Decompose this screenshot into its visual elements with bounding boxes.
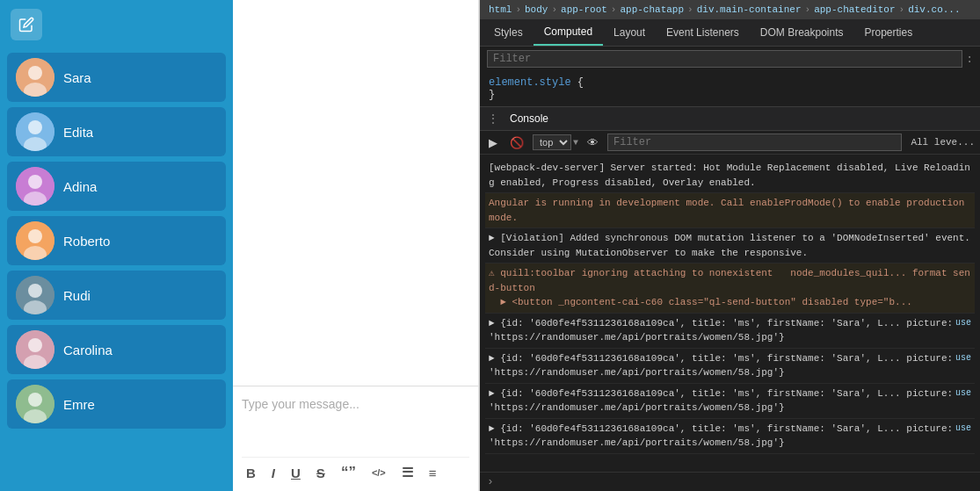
user-item[interactable]: Adina (7, 162, 226, 211)
devtools-bottom-bar: › (480, 472, 980, 491)
devtools-filter-bar: : (480, 47, 980, 71)
console-toolbar: ▶ 🚫 top ▼ 👁 All leve... (480, 131, 980, 155)
breadcrumb-separator: › (611, 4, 617, 15)
avatar (16, 385, 54, 423)
user-name: Sara (63, 70, 91, 85)
bottom-chevron-icon[interactable]: › (487, 475, 494, 488)
breadcrumb-item[interactable]: app-chateditor (814, 4, 895, 15)
user-list: Sara Edita Adina Roberto Rudi Carolina E… (0, 49, 233, 491)
user-name: Carolina (63, 343, 113, 357)
avatar (16, 58, 54, 97)
log-entry: use► {id: '60d0fe4f5311236168a109ca', ti… (485, 419, 975, 454)
user-name: Adina (63, 179, 97, 194)
user-name: Rudi (63, 288, 91, 303)
chat-toolbar: B I U S “” </> ☰ ≡ (242, 457, 469, 487)
strikethrough-button[interactable]: S (312, 463, 330, 483)
devtools-tab-styles[interactable]: Styles (483, 20, 534, 45)
svg-point-13 (28, 284, 42, 298)
sidebar-header (0, 0, 233, 49)
style-brace-open: { (577, 76, 584, 89)
log-entry: use► {id: '60d0fe4f5311236168a109ca', ti… (485, 384, 975, 419)
console-tab[interactable]: Console (503, 109, 555, 128)
edit-icon[interactable] (11, 9, 42, 40)
devtools-tab-properties[interactable]: Properties (854, 20, 924, 45)
avatar (16, 276, 54, 314)
svg-point-19 (28, 393, 42, 407)
user-item[interactable]: Edita (7, 107, 226, 156)
user-item[interactable]: Rudi (7, 271, 226, 320)
breadcrumb-item[interactable]: html (489, 4, 512, 15)
styles-section: element.style { } (480, 71, 980, 106)
use-link[interactable]: use (955, 422, 971, 435)
svg-point-7 (28, 175, 42, 189)
bold-button[interactable]: B (242, 463, 260, 483)
devtools-tab-dom-breakpoints[interactable]: DOM Breakpoints (750, 20, 854, 45)
message-placeholder[interactable]: Type your message... (242, 394, 469, 450)
chat-messages (233, 0, 478, 386)
styles-filter-input[interactable] (487, 50, 962, 68)
italic-button[interactable]: I (267, 463, 279, 483)
avatar (16, 221, 54, 260)
devtools-tabs: StylesComputedLayoutEvent ListenersDOM B… (480, 19, 980, 47)
breadcrumb-separator: › (899, 4, 905, 15)
user-item[interactable]: Sara (7, 53, 226, 102)
user-name: Emre (63, 397, 95, 412)
eye-icon[interactable]: 👁 (584, 134, 602, 151)
console-messages: [webpack-dev-server] Server started: Hot… (480, 155, 980, 472)
element-style-label: element.style (489, 76, 571, 89)
use-link[interactable]: use (955, 386, 971, 400)
ordered-list-button[interactable]: ☰ (397, 462, 417, 483)
log-entry: Angular is running in development mode. … (485, 193, 975, 228)
log-entry: ► [Violation] Added synchronous DOM muta… (485, 228, 975, 264)
chat-area: Type your message... B I U S “” </> ☰ ≡ (233, 0, 479, 491)
user-item[interactable]: Emre (7, 379, 226, 429)
avatar (16, 112, 54, 151)
user-item[interactable]: Roberto (7, 216, 226, 265)
use-link[interactable]: use (955, 316, 971, 329)
user-name: Edita (63, 125, 93, 140)
avatar (16, 330, 54, 369)
breadcrumb-item[interactable]: app-chatapp (620, 4, 684, 15)
log-entry: use► {id: '60d0fe4f5311236168a109ca', ti… (485, 314, 975, 349)
user-item[interactable]: Carolina (7, 325, 226, 374)
devtools-tab-event-listeners[interactable]: Event Listeners (656, 20, 750, 45)
filter-options-icon[interactable]: : (966, 53, 973, 66)
breadcrumb-separator: › (515, 4, 521, 15)
log-entry: ⚠ quill:toolbar ignoring attaching to no… (485, 264, 975, 314)
style-brace-close: } (489, 89, 495, 101)
svg-point-10 (28, 229, 42, 243)
chat-input-area: Type your message... B I U S “” </> ☰ ≡ (233, 386, 478, 491)
devtools-tab-computed[interactable]: Computed (534, 19, 603, 46)
log-entry: [webpack-dev-server] Server started: Hot… (485, 158, 975, 193)
svg-point-16 (28, 338, 42, 352)
breadcrumb-item[interactable]: body (525, 4, 548, 15)
breadcrumb-separator: › (805, 4, 811, 15)
svg-point-1 (28, 66, 42, 80)
dropdown-arrow-icon: ▼ (573, 138, 578, 148)
breadcrumb-separator: › (687, 4, 693, 15)
console-filter-input[interactable] (607, 134, 902, 151)
code-button[interactable]: </> (367, 465, 390, 480)
no-entry-icon[interactable]: 🚫 (506, 134, 527, 151)
context-selector: top ▼ (533, 134, 578, 150)
log-level-label[interactable]: All leve... (911, 137, 975, 148)
user-name: Roberto (63, 234, 110, 249)
console-header: ⋮ Console (480, 106, 980, 131)
devtools-panel: html › body › app-root › app-chatapp › d… (479, 0, 980, 491)
underline-button[interactable]: U (287, 463, 305, 483)
breadcrumb-item[interactable]: app-root (561, 4, 607, 15)
breadcrumb-separator: › (551, 4, 557, 15)
breadcrumb-item[interactable]: div.co... (908, 4, 960, 15)
use-link[interactable]: use (955, 351, 971, 365)
devtools-tab-layout[interactable]: Layout (603, 20, 656, 45)
log-entry: use► {id: '60d0fe4f5311236168a109ca', ti… (485, 349, 975, 384)
context-select[interactable]: top (533, 134, 571, 150)
avatar (16, 167, 54, 206)
bullet-list-button[interactable]: ≡ (425, 463, 441, 483)
sidebar: Sara Edita Adina Roberto Rudi Carolina E… (0, 0, 233, 491)
quote-button[interactable]: “” (337, 461, 360, 484)
drag-handle-icon: ⋮ (487, 112, 499, 126)
breadcrumb-item[interactable]: div.main-container (697, 4, 802, 15)
execute-icon[interactable]: ▶ (485, 134, 501, 151)
devtools-breadcrumb: html › body › app-root › app-chatapp › d… (480, 0, 980, 19)
